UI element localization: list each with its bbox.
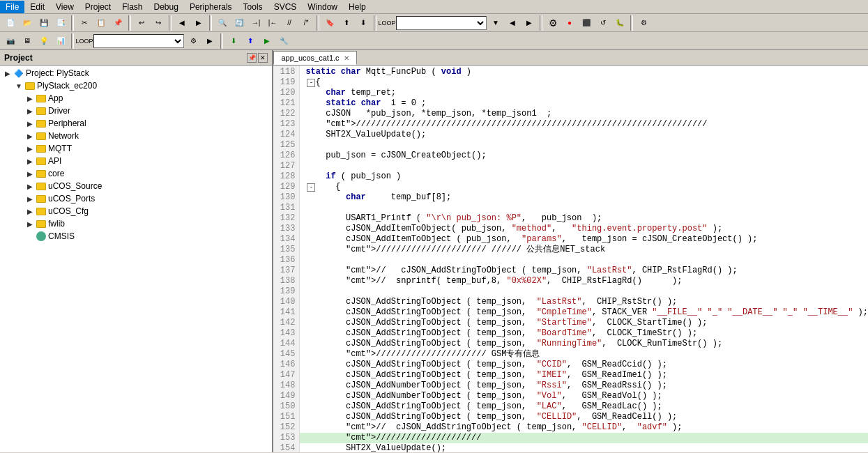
copy-button[interactable]: 📋	[93, 15, 109, 31]
search-button[interactable]: 🔍	[215, 15, 230, 31]
tree-root[interactable]: ▶ 🔷 Project: PlyStack	[0, 67, 272, 79]
project-settings-button[interactable]: ⚙	[185, 33, 201, 49]
menu-window[interactable]: Window	[302, 1, 343, 13]
sep7	[540, 15, 542, 31]
tree-cmsis[interactable]: ▶ CMSIS	[0, 230, 272, 243]
sep3	[169, 15, 172, 31]
tree-core[interactable]: ▶ core	[0, 167, 272, 180]
compile-button[interactable]: ⚙	[545, 15, 561, 31]
project-panel-close[interactable]: ✕	[258, 53, 268, 63]
menu-peripherals[interactable]: Peripherals	[184, 1, 238, 13]
tb2-extra[interactable]: 🔧	[276, 33, 291, 49]
code-line: cJSON_AddStringToObject ( temp_json, "CE…	[300, 412, 868, 422]
nav-forward-button[interactable]: ▶	[191, 15, 206, 31]
expand-icon-ucos-cfg: ▶	[25, 206, 35, 216]
run-button[interactable]: ●	[562, 15, 577, 31]
tree-ucos-source[interactable]: ▶ uCOS_Source	[0, 180, 272, 192]
folder-icon-ucos-cfg	[36, 208, 46, 215]
menu-svcs[interactable]: SVCS	[268, 1, 303, 13]
unindent-button[interactable]: |←	[265, 15, 280, 31]
expand-icon-mqtt: ▶	[25, 144, 35, 153]
redo-button[interactable]: ↪	[151, 15, 166, 31]
menu-project[interactable]: Project	[79, 1, 116, 13]
sep8	[630, 15, 633, 31]
fold-marker[interactable]: -	[307, 183, 315, 192]
sep9	[71, 33, 74, 49]
save-button[interactable]: 💾	[36, 15, 52, 31]
upload-button[interactable]: ⬆	[243, 33, 258, 49]
comment-button[interactable]: //	[282, 15, 297, 31]
replace-button[interactable]: 🔄	[231, 15, 247, 31]
tb2-btn2[interactable]: 🖥	[20, 33, 35, 49]
code-line: SHT2X_ValueUpdate();	[300, 443, 868, 452]
code-area[interactable]: 118 119 120 121 122 123 124 125 126 127 …	[273, 66, 868, 452]
menu-tools[interactable]: Tools	[238, 1, 268, 13]
tree-driver-label: Driver	[48, 106, 70, 116]
project-build-button[interactable]: ▶	[202, 33, 218, 49]
tree-api-label: API	[48, 156, 61, 166]
tab-bar: app_ucos_cat1.c ✕	[273, 50, 868, 66]
project-panel-pin[interactable]: 📌	[247, 53, 257, 63]
tree-driver[interactable]: ▶ Driver	[0, 105, 272, 117]
paste-button[interactable]: 📌	[110, 15, 125, 31]
toolbar-2: 📷 🖥 💡 📊 LOOP PlyStack_ec200 ⚙ ▶ ⬇ ⬆ ▶ 🔧	[0, 32, 868, 50]
bookmark-toggle-button[interactable]: 🔖	[322, 15, 337, 31]
tree-ucos-ports[interactable]: ▶ uCOS_Ports	[0, 192, 272, 205]
new-file-button[interactable]: 📄	[3, 15, 18, 31]
debug-button[interactable]: 🐛	[612, 15, 627, 31]
save-all-button[interactable]: 📑	[53, 15, 68, 31]
nav-back-button[interactable]: ◀	[174, 15, 190, 31]
uncomment-button[interactable]: /*	[298, 15, 314, 31]
code-line: cJSON_AddStringToObject ( temp_json, "LA…	[300, 401, 868, 412]
tree-app[interactable]: ▶ App	[0, 92, 272, 105]
tree-mqtt[interactable]: ▶ MQTT	[0, 142, 272, 155]
tree-cmsis-label: CMSIS	[48, 231, 75, 241]
fold-marker[interactable]: -	[307, 79, 315, 87]
download-button[interactable]: ⬇	[226, 33, 241, 49]
code-content[interactable]: static char Mqtt_FuncPub ( void )-{ char…	[300, 66, 868, 452]
expand-icon-app: ▶	[25, 93, 35, 103]
code-line: "cmt">////////////////////// ////// 公共信息…	[300, 245, 868, 255]
tab-close-icon[interactable]: ✕	[344, 54, 349, 62]
project-title: Project	[4, 53, 33, 63]
project-dropdown[interactable]: PlyStack_ec200	[93, 34, 184, 48]
bookmark-next-button[interactable]: ⬇	[356, 15, 371, 31]
tree-ucos-cfg[interactable]: ▶ uCOS_Cfg	[0, 205, 272, 217]
tree-plystack-ec200[interactable]: ▼ PlyStack_ec200	[0, 79, 272, 92]
tb2-btn4[interactable]: 📊	[53, 33, 68, 49]
menu-flash[interactable]: Flash	[116, 1, 148, 13]
bookmark-prev-button[interactable]: ⬆	[339, 15, 354, 31]
tb2-btn5[interactable]: LOOP	[77, 33, 92, 49]
cut-button[interactable]: ✂	[77, 15, 92, 31]
menu-help[interactable]: Help	[343, 1, 372, 13]
code-line: cJSON_AddItemToObject ( pub_json, "param…	[300, 234, 868, 245]
undo-button[interactable]: ↩	[134, 15, 149, 31]
editor-area: app_ucos_cat1.c ✕ 118 119 120 121 122 12…	[273, 50, 868, 452]
file-dropdown[interactable]: uart3_mod.h	[396, 16, 487, 30]
indent-button[interactable]: →|	[248, 15, 264, 31]
tree-peripheral[interactable]: ▶ Peripheral	[0, 117, 272, 130]
menu-edit[interactable]: Edit	[24, 1, 50, 13]
open-file-button[interactable]: 📂	[20, 15, 35, 31]
tb2-btn1[interactable]: 📷	[3, 33, 18, 49]
file-open-button[interactable]: ▼	[488, 15, 503, 31]
menu-debug[interactable]: Debug	[149, 1, 184, 13]
file-prev-button[interactable]: ◀	[505, 15, 520, 31]
run2-button[interactable]: ▶	[259, 33, 275, 49]
tree-fwlib[interactable]: ▶ fwlib	[0, 217, 272, 230]
tb2-btn3[interactable]: 💡	[36, 33, 52, 49]
file-select-button[interactable]: LOOP	[379, 15, 395, 31]
editor-tab[interactable]: app_ucos_cat1.c ✕	[273, 51, 356, 65]
menu-file[interactable]: File	[0, 1, 24, 13]
expand-icon-core: ▶	[25, 169, 35, 178]
file-next-button[interactable]: ▶	[521, 15, 537, 31]
reset-button[interactable]: ↺	[595, 15, 611, 31]
tree-api[interactable]: ▶ API	[0, 155, 272, 167]
code-line: char temp_ret;	[300, 88, 868, 98]
expand-icon-ec200: ▼	[14, 81, 24, 91]
tree-network[interactable]: ▶ Network	[0, 130, 272, 142]
menu-view[interactable]: View	[50, 1, 79, 13]
stop-button[interactable]: ⬛	[579, 15, 594, 31]
settings-button[interactable]: ⚙	[636, 15, 651, 31]
expand-icon-driver: ▶	[25, 106, 35, 116]
